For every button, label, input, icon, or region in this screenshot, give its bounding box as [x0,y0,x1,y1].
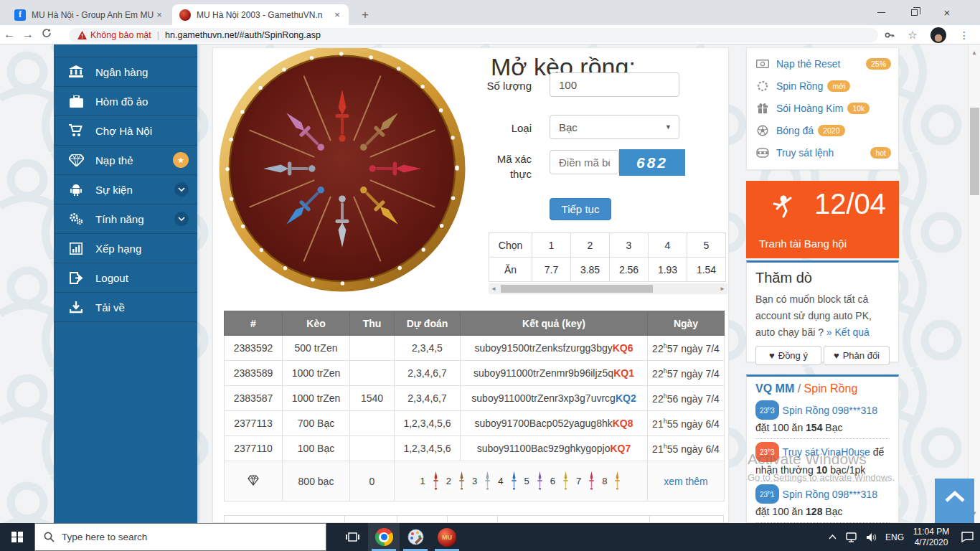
browser-menu-icon[interactable]: ⋮ [956,27,973,43]
back-to-top-button[interactable] [935,479,974,523]
menu-link[interactable]: Nạp thẻ Reset [776,58,841,70]
sidebar-item-hom-do-ao[interactable]: Hòm đồ ảo [54,87,197,116]
poll-disagree-button[interactable]: ♥ Phản đối [824,346,890,365]
android-icon [68,183,84,196]
menu-link[interactable]: Bóng đá [776,125,814,136]
network-icon[interactable] [842,532,862,542]
cell-more: xem thêm [648,461,725,501]
page-scrollbar[interactable]: ▲ ▼ [968,44,980,523]
see-more-link[interactable]: xem thêm [664,476,707,487]
scrollbar-thumb[interactable] [501,285,653,293]
taskbar-chrome[interactable] [368,523,400,551]
feed-title-vqmm[interactable]: VQ MM [755,382,794,395]
profile-avatar[interactable] [930,27,947,43]
window-close-button[interactable]: × [930,0,963,25]
poll-result-link[interactable]: » Kết quả [826,326,870,338]
odds-choice-3[interactable]: 3 [610,233,649,258]
menu-item-truy-sat-lenh[interactable]: Truy sát lệnh hot [747,141,898,164]
tray-expand-icon[interactable] [823,534,842,540]
warning-triangle-icon [77,31,87,39]
feed-link[interactable]: Truy sát VinaH0use [783,447,870,458]
scroll-right-icon[interactable]: ► [717,283,727,294]
tab-gamethuvn[interactable]: MU Hà Nội 2003 - GamethuVN.n × [172,4,349,25]
feed-separator [755,438,890,439]
url-field[interactable]: Không bảo mật | hn.gamethuvn.net/#auth/S… [69,28,878,42]
col-header: Kết quả (key) [461,311,648,336]
event-banner[interactable]: 12/04 Tranh tài Bang hội [746,181,899,258]
key-text: suboy91500trZenksfzurgg3bgy [474,342,612,354]
action-center-icon[interactable] [954,532,980,542]
menu-item-soi-hoang-kim[interactable]: Sói Hoàng Kim 10k [747,97,898,119]
forward-button[interactable]: → [19,28,37,41]
menu-link[interactable]: Sói Hoàng Kim [776,103,843,114]
poll-agree-button[interactable]: ♥ Đồng ý [755,346,821,365]
speaker-icon[interactable] [862,532,881,542]
feed-link[interactable]: Spin Rồng 098***318 [783,405,877,416]
back-button[interactable]: ← [0,28,19,41]
menu-link[interactable]: Spin Rồng [776,80,823,92]
new-tab-button[interactable]: + [356,6,374,24]
tab-facebook[interactable]: f MU Hà Nội - Group Anh Em MU × [7,4,171,25]
sidebar-item-ngan-hang[interactable]: Ngân hàng [54,57,197,87]
sidebar-item-nap-the[interactable]: Nạp thẻ ★ [54,146,197,175]
item-number: 3 [472,476,477,486]
window-restore-button[interactable] [897,0,930,25]
odds-choice-1[interactable]: 1 [532,233,571,258]
password-key-icon[interactable] [881,27,898,43]
captcha-input[interactable] [550,150,619,174]
odds-choice-4[interactable]: 4 [649,233,687,258]
taskbar-mu-game[interactable]: MU [431,523,463,551]
refresh-button[interactable] [37,28,56,41]
sidebar-item-label: Sự kiện [95,184,174,196]
weapon-item-icon [432,471,440,491]
chevron-down-icon[interactable] [174,212,189,226]
kq-code: KQ7 [610,443,631,454]
cell-pred: 2,3,4,6,7 [395,386,461,411]
odds-choice-2[interactable]: 2 [571,233,610,258]
scrollbar-thumb[interactable] [970,108,979,195]
menu-link[interactable]: Truy sát lệnh [776,147,834,159]
feed-separator [755,481,890,481]
close-tab-icon[interactable]: × [331,9,343,21]
menu-item-spin-rong[interactable]: Spin Rồng mới [747,75,898,97]
sidebar-item-tinh-nang[interactable]: Tính năng [54,204,197,234]
sidebar-item-xep-hang[interactable]: Xếp hạng [54,234,197,263]
task-view-button[interactable] [336,523,368,551]
cell-thu: 0 [350,461,395,501]
type-select[interactable]: Bạc ▼ [550,115,679,139]
scroll-up-icon[interactable]: ▲ [969,50,980,56]
bookmark-star-icon[interactable]: ☆ [904,27,921,43]
cell-id: 2383592 [225,336,283,361]
menu-item-nap-the-reset[interactable]: Nạp thẻ Reset 25% [747,52,898,75]
cell-thu [350,436,395,461]
menu-item-bong-da[interactable]: Bóng đá 2020 [747,119,898,141]
captcha-label: Mã xác thực [453,151,532,182]
start-button[interactable] [0,523,34,551]
chevron-down-icon[interactable] [174,182,189,197]
gears-icon [68,212,84,225]
language-indicator[interactable]: ENG [881,532,908,542]
sidebar-item-label: Tải về [95,301,189,314]
sidebar-item-tai-ve[interactable]: Tải về [54,293,197,322]
facebook-favicon: f [14,9,26,21]
horizontal-scrollbar[interactable]: ◄ ► [489,283,727,294]
close-tab-icon[interactable]: × [154,9,165,21]
window-minimize-button[interactable] [864,0,897,25]
captcha-image: 682 [619,149,685,176]
taskbar-search[interactable]: Type here to search [34,523,326,551]
feed-link[interactable]: Spin Rồng 098***318 [783,489,877,500]
sidebar-item-cho-ha-noi[interactable]: Chợ Hà Nội [54,116,197,146]
poll-agree-label: Đồng ý [778,350,808,361]
taskbar-paint[interactable] [400,523,431,551]
continue-button[interactable]: Tiếp tục [550,198,611,220]
feed-title-spinrong[interactable]: Spin Rồng [804,382,858,395]
taskbar-clock[interactable]: 11:04 PM 4/7/2020 [908,527,954,548]
table-row: 2383589 1000 trZen 2,3,4,6,7 suboy911000… [225,361,725,386]
sidebar-item-su-kien[interactable]: Sự kiện [54,175,197,204]
scroll-left-icon[interactable]: ◄ [489,283,499,294]
not-secure-warning[interactable]: Không bảo mật [77,30,151,40]
sidebar-item-logout[interactable]: Logout [54,263,197,293]
cell-key: suboy91500trZenksfzurgg3bgyKQ6 [461,336,648,361]
odds-choice-5[interactable]: 5 [687,233,726,258]
quantity-input[interactable] [550,72,679,97]
